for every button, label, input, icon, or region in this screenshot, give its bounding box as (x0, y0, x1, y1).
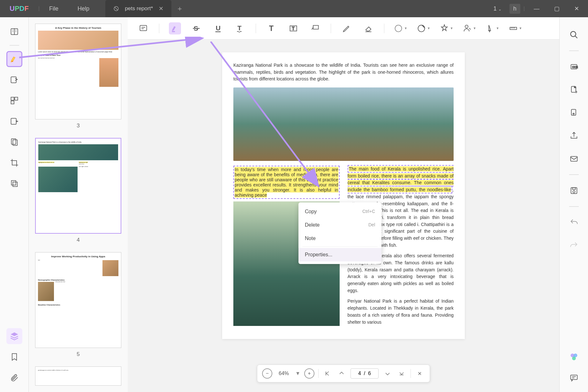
svg-point-23 (395, 25, 402, 32)
measure-dropdown[interactable]: ▼ (509, 24, 522, 33)
bookmark-icon[interactable] (6, 349, 22, 365)
stamp-dropdown[interactable]: ▼ (440, 24, 453, 33)
svg-rect-34 (572, 188, 575, 190)
save-icon[interactable] (566, 183, 582, 199)
redo-icon[interactable] (566, 237, 582, 253)
intro-paragraph: Kaziranga National Park is a showcase to… (233, 62, 454, 83)
first-page-button[interactable] (322, 368, 333, 379)
svg-point-35 (573, 191, 575, 193)
eraser-icon[interactable] (362, 22, 374, 34)
prev-page-button[interactable] (336, 368, 347, 379)
context-properties[interactable]: Properties... (298, 248, 381, 261)
svg-rect-21 (313, 25, 318, 29)
svg-rect-26 (510, 27, 516, 29)
convert-icon[interactable] (566, 82, 582, 98)
close-pager-button[interactable]: ✕ (415, 368, 425, 379)
right-sidebar: OCR (559, 17, 588, 392)
share-icon[interactable] (566, 128, 582, 144)
comment-list-icon[interactable] (137, 22, 149, 34)
thumb-page-6[interactable]: partial page six content visible at bott… (35, 366, 121, 386)
maximize-button[interactable]: ▢ (548, 3, 565, 15)
layers-icon[interactable] (6, 328, 22, 344)
new-tab-button[interactable]: ＋ (176, 4, 183, 13)
tab-close-icon[interactable]: ✕ (159, 5, 163, 12)
email-icon[interactable] (566, 151, 582, 167)
undo-icon[interactable] (566, 215, 582, 230)
export-icon[interactable] (566, 105, 582, 121)
window-count[interactable]: 1 ⌄ (489, 3, 506, 15)
context-note[interactable]: Note (298, 232, 381, 245)
svg-text:T: T (237, 24, 242, 31)
content-area: S U T T T ▼ ▼ ▼ ▼ ▼ ▼ Kaziranga National… (128, 17, 559, 392)
highlight-selection-right[interactable]: The main food of Kerala is unpolished ri… (348, 165, 454, 193)
marker-dropdown[interactable]: ▼ (486, 24, 499, 33)
svg-text:T: T (269, 24, 274, 33)
svg-rect-2 (11, 77, 16, 83)
pdf-page: Kaziranga National Park is a showcase to… (222, 52, 465, 339)
zoom-out-button[interactable]: − (262, 368, 272, 379)
sticker-dropdown[interactable]: ▼ (417, 24, 430, 33)
page-number-input[interactable] (351, 368, 379, 379)
reader-mode-icon[interactable] (6, 24, 22, 40)
tools-icon[interactable] (6, 134, 22, 150)
callout-icon[interactable] (309, 22, 321, 34)
svg-text:U: U (216, 24, 221, 31)
svg-rect-3 (11, 97, 14, 100)
organize-icon[interactable] (6, 93, 22, 109)
highlight-selection-left[interactable]: In today's time when more and more peopl… (233, 166, 340, 199)
annotation-toolbar: S U T T T ▼ ▼ ▼ ▼ ▼ ▼ (128, 17, 559, 40)
signature-dropdown[interactable]: ▼ (463, 24, 476, 33)
svg-rect-10 (13, 182, 17, 186)
last-page-button[interactable] (396, 368, 407, 379)
tab-doc-icon (113, 6, 119, 11)
textbox-icon[interactable]: T (287, 22, 299, 34)
titlebar: UPDF | File Help pets report* ✕ ＋ 1 ⌄ h … (0, 0, 588, 17)
underline-icon[interactable]: U (212, 22, 224, 34)
svg-rect-9 (11, 181, 16, 185)
svg-rect-11 (140, 25, 147, 30)
svg-point-27 (570, 32, 576, 37)
document-tab[interactable]: pets report* ✕ (105, 0, 171, 17)
context-menu: CopyCtrl+C DeleteDel Note Properties... (298, 202, 381, 264)
minimize-button[interactable]: — (528, 3, 545, 15)
svg-rect-12 (172, 31, 175, 32)
crop-icon[interactable] (6, 155, 22, 171)
user-button[interactable]: h (509, 4, 520, 14)
menu-file[interactable]: File (40, 5, 68, 12)
svg-rect-39 (570, 375, 577, 380)
search-icon[interactable] (566, 27, 582, 43)
context-delete[interactable]: DeleteDel (298, 218, 381, 232)
svg-rect-5 (11, 101, 14, 104)
form-tool-icon[interactable] (6, 113, 22, 129)
text-icon[interactable]: T (266, 22, 278, 34)
thumb-page-3[interactable]: A Key Phase in the History of Tourism Lo… (35, 24, 121, 129)
svg-point-25 (465, 25, 468, 28)
ai-icon[interactable] (566, 349, 582, 365)
zoom-in-button[interactable]: + (304, 368, 314, 379)
context-copy[interactable]: CopyCtrl+C (298, 205, 381, 218)
redact-icon[interactable] (6, 176, 22, 192)
zoom-dropdown[interactable]: ▼ (295, 371, 300, 376)
highlight-tool-icon[interactable] (6, 51, 22, 67)
svg-text:T: T (292, 26, 295, 31)
attachment-icon[interactable] (6, 370, 22, 386)
tab-title: pets report* (125, 5, 153, 12)
svg-point-38 (572, 357, 576, 360)
close-button[interactable]: ✕ (569, 3, 585, 15)
thumb-page-4[interactable]: Kaziranga National Park is a showcase to… (35, 138, 121, 243)
thumb-page-5[interactable]: Improve Working Productivity in Using Ap… (35, 252, 121, 358)
next-page-button[interactable] (382, 368, 393, 379)
menu-help[interactable]: Help (68, 5, 99, 12)
strikethrough-icon[interactable]: S (191, 22, 203, 34)
shape-dropdown[interactable]: ▼ (394, 24, 407, 33)
svg-rect-32 (570, 156, 577, 161)
squiggly-icon[interactable]: T (234, 22, 246, 34)
comments-panel-icon[interactable] (566, 370, 582, 386)
page-navigator: − 64% ▼ + ✕ (257, 365, 430, 382)
edit-tool-icon[interactable] (6, 72, 22, 88)
ocr-icon[interactable]: OCR (566, 59, 582, 75)
highlighter-icon[interactable] (169, 22, 181, 34)
pencil-icon[interactable] (341, 22, 353, 34)
svg-text:OCR: OCR (572, 66, 578, 69)
app-logo: UPDF (0, 4, 38, 13)
